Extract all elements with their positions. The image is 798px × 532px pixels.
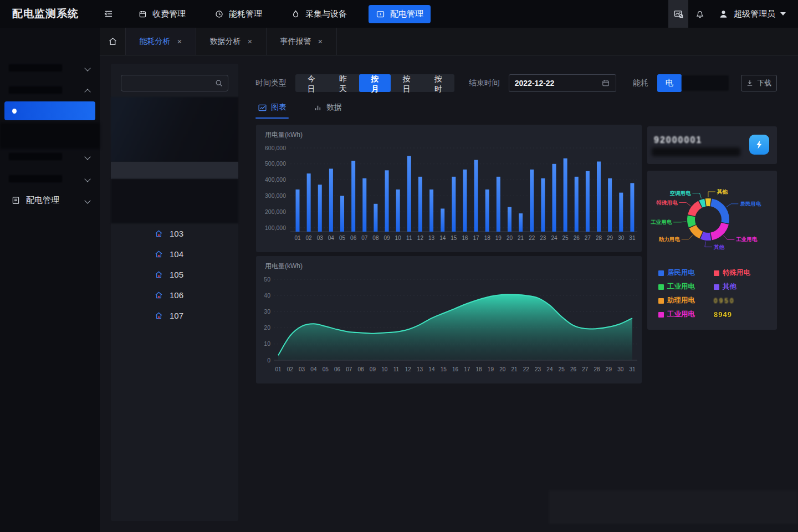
svg-text:11: 11 (406, 235, 412, 241)
download-button[interactable]: 下载 (741, 75, 777, 91)
redacted-block (652, 147, 740, 156)
tab-事件报警[interactable]: 事件报警× (267, 28, 337, 55)
tree-item-room-106[interactable]: 106 (111, 285, 238, 305)
preview-tool-button[interactable] (668, 0, 688, 28)
svg-text:15: 15 (441, 366, 447, 372)
home-tab-button[interactable] (100, 28, 126, 55)
user-menu[interactable]: 超级管理员 (712, 9, 798, 19)
view-tab-数据[interactable]: 数据 (311, 99, 344, 116)
sidebar-item-redacted[interactable] (0, 173, 100, 186)
svg-text:23: 23 (540, 235, 546, 241)
notifications-button[interactable] (688, 0, 712, 28)
svg-text:03: 03 (299, 366, 305, 372)
top-menu-item-1[interactable]: 收费管理 (131, 5, 193, 23)
sidebar-item-active[interactable] (4, 101, 95, 120)
legend-swatch-icon (658, 270, 664, 276)
tree-item-room-103[interactable]: 103 (111, 223, 238, 244)
svg-text:21: 21 (518, 235, 524, 241)
time-option-今日[interactable]: 今日 (295, 74, 327, 92)
tree-search-box (121, 75, 228, 91)
svg-text:13: 13 (428, 235, 435, 241)
svg-text:其他: 其他 (713, 244, 725, 250)
svg-text:08: 08 (358, 366, 365, 372)
svg-text:01: 01 (294, 235, 301, 241)
tab-数据分析[interactable]: 数据分析× (196, 28, 267, 55)
svg-text:10: 10 (395, 235, 402, 241)
svg-text:19: 19 (495, 235, 502, 241)
top-menu-item-2[interactable]: 能耗管理 (207, 5, 269, 23)
sidebar-item-redacted[interactable] (0, 62, 100, 75)
chevron-down-icon (780, 12, 786, 16)
time-option-按月[interactable]: 按月 (359, 74, 391, 92)
download-icon (746, 79, 754, 87)
legend-item-其他[interactable]: 其他 (714, 282, 773, 291)
sidebar-collapse-button[interactable] (101, 6, 116, 22)
svg-text:20: 20 (499, 366, 506, 372)
close-tab-icon[interactable]: × (248, 37, 253, 45)
tab-label: 数据分析 (210, 37, 241, 47)
svg-text:100,000: 100,000 (265, 224, 286, 231)
close-tab-icon[interactable]: × (177, 37, 182, 45)
legend-label: 其他 (723, 282, 736, 291)
open-tabs: 能耗分析×数据分析×事件报警× (126, 28, 337, 55)
tree-search-input[interactable] (121, 79, 214, 88)
user-icon (718, 9, 729, 19)
close-tab-icon[interactable]: × (318, 37, 323, 45)
svg-text:03: 03 (317, 235, 324, 241)
legend-label: 工业用电 (667, 310, 695, 319)
legend-item-特殊用电[interactable]: 特殊用电 (714, 268, 773, 278)
svg-text:09: 09 (383, 235, 390, 241)
svg-text:23: 23 (535, 366, 541, 372)
time-option-按日[interactable]: 按日 (391, 74, 422, 92)
legend-item-工业用电[interactable]: 工业用电 (658, 310, 714, 319)
view-tab-图表[interactable]: 图表 (255, 99, 289, 116)
tree-item-room-107[interactable]: 107 (111, 305, 238, 326)
tree-item-room-104[interactable]: 104 (111, 244, 238, 264)
svg-text:工业用电: 工业用电 (650, 219, 672, 225)
svg-text:15: 15 (451, 235, 457, 241)
sidebar-item-redacted[interactable] (0, 84, 100, 98)
view-tab-label: 数据 (326, 103, 342, 112)
top-menu-item-4[interactable]: 配电管理 (369, 5, 431, 23)
tree-highlighted-row[interactable] (111, 162, 238, 179)
chevron-down-icon (84, 154, 90, 160)
time-option-按时[interactable]: 按时 (422, 74, 454, 92)
redacted-label (9, 86, 62, 94)
legend-swatch-icon (658, 284, 664, 290)
energy-electric-button[interactable]: 电 (657, 74, 682, 92)
home-icon (154, 311, 163, 320)
search-icon[interactable] (214, 79, 223, 88)
end-date-input[interactable]: 2022-12-22 (509, 74, 616, 92)
svg-text:200,000: 200,000 (265, 208, 286, 215)
room-number: 107 (170, 311, 183, 320)
usage-distribution-card: 其他居民用电工业用电其他助力用电工业用电特殊用电空调用电 居民用电特殊用电工业用… (647, 171, 777, 330)
svg-text:31: 31 (629, 235, 636, 241)
obscured-meter-value: 92000001 (654, 135, 702, 145)
top-menu-item-3[interactable]: 采集与设备 (284, 5, 354, 23)
sidebar-item-redacted[interactable] (0, 151, 100, 164)
user-name: 超级管理员 (734, 9, 775, 19)
time-option-昨天[interactable]: 昨天 (327, 74, 359, 92)
sidebar-item-power-management[interactable]: 配电管理 (0, 193, 100, 207)
room-number: 106 (170, 290, 183, 300)
svg-text:50: 50 (264, 276, 270, 283)
calendar-icon (138, 9, 147, 19)
redacted-block (682, 75, 729, 91)
end-date-value: 2022-12-22 (515, 79, 601, 88)
chevron-up-icon (84, 89, 90, 95)
tab-能耗分析[interactable]: 能耗分析× (126, 28, 196, 55)
legend-label: 工业用电 (667, 282, 695, 291)
svg-text:29: 29 (607, 235, 613, 241)
room-number: 103 (170, 229, 183, 238)
legend-item-工业用电[interactable]: 工业用电 (658, 282, 714, 291)
tree-item-room-105[interactable]: 105 (111, 264, 238, 285)
redacted-label (9, 64, 62, 71)
legend-item-助理用电[interactable]: 助理用电 (658, 296, 714, 305)
svg-text:助力用电: 助力用电 (658, 236, 681, 242)
electric-quick-button[interactable] (749, 135, 769, 155)
svg-text:05: 05 (323, 366, 329, 372)
svg-text:400,000: 400,000 (265, 176, 286, 183)
legend-item-居民用电[interactable]: 居民用电 (658, 268, 714, 278)
chevron-down-icon (84, 176, 90, 182)
menu-item-label: 配电管理 (390, 9, 423, 19)
